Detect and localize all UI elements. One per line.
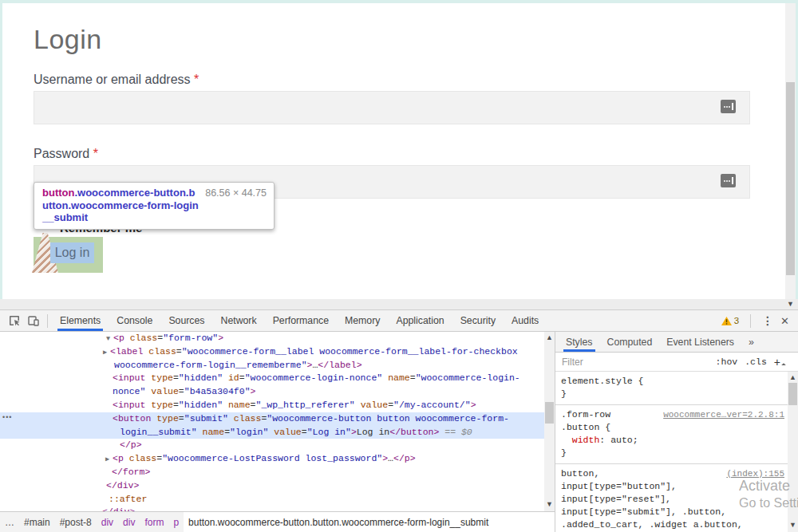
breadcrumb-item[interactable]: div [118, 517, 140, 528]
code-line[interactable]: <button type="submit" class="woocommerce… [0, 412, 555, 426]
breadcrumb-item[interactable]: form [140, 517, 168, 528]
code-token: = [173, 400, 179, 410]
selected-row-marker: ••• [2, 413, 12, 421]
autofill-ellipsis-icon[interactable] [721, 100, 736, 113]
tab-network[interactable]: Network [213, 310, 265, 331]
devtools-close-icon[interactable]: ✕ [780, 315, 789, 327]
code-token: value [151, 386, 179, 396]
sidebar-tab-styles[interactable]: Styles [559, 332, 600, 352]
tab-audits[interactable]: Audits [504, 310, 547, 331]
code-token: "woocommerce-LostPassword lost_password" [162, 453, 382, 463]
code-line[interactable]: </p> [0, 439, 555, 452]
breadcrumb-item[interactable]: #main [19, 517, 55, 528]
code-token: = [302, 427, 307, 437]
inspect-element-icon[interactable] [5, 310, 24, 331]
breadcrumb-item[interactable]: … [0, 517, 19, 528]
elements-tree: ▼<p class="form-row">▶<label class="wooc… [0, 332, 555, 511]
code-token: "/my-account/" [393, 400, 471, 410]
code-line[interactable]: </div> [0, 479, 555, 493]
login-button-content[interactable]: Log in [50, 242, 94, 263]
styles-filter-input[interactable] [562, 357, 709, 368]
viewport-scroll-strip[interactable]: ▼ [0, 299, 798, 310]
breadcrumb-item[interactable]: button.woocommerce-button.button.woocomm… [184, 512, 555, 532]
required-asterisk: * [93, 147, 98, 160]
code-line[interactable]: login__submit" name="login" value="Log i… [0, 426, 555, 439]
page-scrollbar-thumb[interactable] [786, 82, 795, 275]
autofill-ellipsis-icon[interactable] [721, 174, 736, 187]
code-token: </label> [318, 360, 361, 370]
devtools-menu-icon[interactable]: ⋮ [762, 314, 773, 327]
page-scrollbar[interactable] [785, 3, 796, 299]
login-button-highlighted[interactable]: Log in [34, 237, 103, 273]
required-asterisk: * [194, 73, 199, 86]
tab-application[interactable]: Application [388, 310, 452, 331]
sidebar-tab-more[interactable]: » [741, 332, 761, 352]
code-token: … [388, 453, 393, 463]
code-token: = [176, 346, 182, 357]
code-line[interactable]: </div> [0, 506, 555, 511]
toggle-classes[interactable]: .cls [745, 357, 767, 367]
code-line[interactable]: woocommerce-form-login__rememberme">…</l… [0, 359, 555, 372]
scroll-down-arrow-icon[interactable]: ▼ [787, 301, 794, 308]
tab-sources[interactable]: Sources [160, 310, 212, 331]
stylesheet-source-link[interactable]: woocommerce…ver=2.2.8:1 [658, 408, 784, 421]
styles-sidebar-tabs: StylesComputedEvent Listeners» [555, 332, 798, 353]
code-line[interactable]: ▶<p class="woocommerce-LostPassword lost… [0, 452, 555, 466]
username-input[interactable] [34, 91, 750, 124]
code-token: <input [113, 372, 145, 383]
breadcrumb-item[interactable]: div [97, 517, 118, 528]
toolbar-separator [47, 314, 48, 328]
tooltip-classes: __submit [42, 211, 88, 223]
code-token: name [228, 400, 251, 410]
tab-elements[interactable]: Elements [52, 310, 109, 331]
code-token: nonce" [113, 386, 145, 396]
code-token: type [151, 400, 173, 410]
warnings-badge[interactable]: 3 [721, 316, 739, 325]
code-token [355, 400, 361, 410]
tab-console[interactable]: Console [109, 310, 160, 331]
breadcrumb-item[interactable]: p [168, 517, 184, 528]
breadcrumb-item[interactable]: #post-8 [55, 517, 97, 528]
device-toolbar-icon[interactable] [24, 310, 43, 331]
elements-scrollbar[interactable]: ▲ ▼ [544, 332, 555, 511]
code-line[interactable]: <input type="hidden" id="woocommerce-log… [0, 372, 555, 385]
code-token: "hidden" [179, 400, 223, 410]
scroll-down-arrow-icon[interactable]: ▼ [546, 501, 553, 508]
code-line[interactable]: ▶<label class="woocommerce-form__label w… [0, 345, 555, 359]
scroll-down-arrow-icon[interactable]: ▼ [789, 522, 796, 529]
code-token: <p [113, 453, 124, 463]
code-token: login__submit" [120, 427, 197, 437]
code-token: "Log in" [307, 427, 351, 437]
code-line[interactable]: ::after [0, 493, 555, 506]
tab-security[interactable]: Security [452, 310, 504, 331]
sidebar-tab-computed[interactable]: Computed [600, 332, 660, 352]
code-token: id [228, 372, 239, 383]
styles-scrollbar[interactable]: ▲ ▼ [788, 372, 798, 532]
code-token: </form> [112, 467, 150, 477]
code-token: <button [113, 413, 151, 424]
code-token: "submit" [184, 413, 228, 424]
tab-memory[interactable]: Memory [337, 310, 388, 331]
scroll-up-arrow-icon[interactable]: ▲ [546, 334, 553, 341]
code-token: element.style { [561, 376, 644, 386]
styles-sidebar: StylesComputedEvent Listeners» :hov .cls… [555, 332, 798, 532]
stylesheet-source-link[interactable]: (index):155 [721, 467, 784, 480]
code-token: = [179, 413, 184, 424]
username-label-text: Username or email address [34, 73, 191, 86]
code-line[interactable]: nonce" value="b4a5a304f0"> [0, 385, 555, 399]
code-line[interactable]: <input type="hidden" name="_wp_http_refe… [0, 399, 555, 412]
code-token: = [388, 400, 393, 410]
style-rule: button,(index):155input[type="button"],i… [555, 464, 788, 532]
page-frame-top [0, 0, 798, 3]
scroll-up-arrow-icon[interactable]: ▲ [789, 374, 796, 381]
sidebar-tab-event-listeners[interactable]: Event Listeners [659, 332, 741, 352]
elements-scrollbar-thumb[interactable] [545, 402, 554, 424]
tooltip-tag: button [42, 187, 74, 199]
code-line[interactable]: ▼<p class="form-row"> [0, 332, 555, 345]
toggle-hover-state[interactable]: :hov [716, 357, 738, 367]
code-line[interactable]: </form> [0, 466, 555, 479]
tab-performance[interactable]: Performance [265, 310, 337, 331]
new-style-rule-button[interactable]: + [774, 356, 780, 368]
code-token: == $0 [439, 427, 472, 437]
styles-scrollbar-thumb[interactable] [788, 383, 797, 405]
